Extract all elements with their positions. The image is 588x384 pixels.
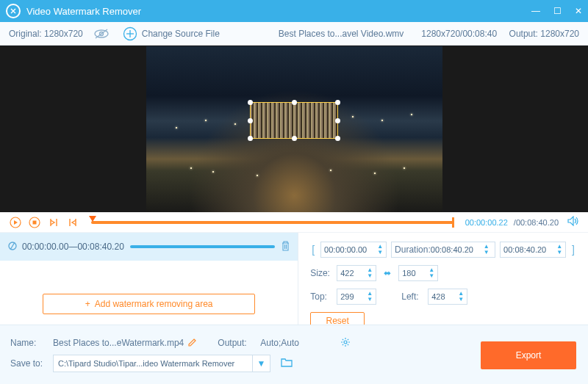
add-watermark-area-button[interactable]: +Add watermark removing area: [43, 294, 255, 314]
resize-handle[interactable]: [335, 136, 340, 141]
step-down[interactable]: ▼: [377, 250, 383, 256]
segment-start: 00:00:00.00: [22, 242, 68, 252]
segment-row[interactable]: 00:00:00.00 — 00:08:40.20: [0, 233, 298, 261]
svg-line-10: [10, 242, 15, 250]
segment-bar[interactable]: [130, 245, 275, 248]
resize-handle[interactable]: [292, 136, 297, 141]
change-source-button[interactable]: Change Source File: [142, 29, 220, 39]
source-dims-time: 1280x720/00:08:40: [421, 29, 497, 39]
source-filename: Best Places to...avel Video.wmv: [279, 29, 404, 39]
step-down[interactable]: ▼: [367, 297, 373, 303]
step-down[interactable]: ▼: [556, 250, 562, 256]
segment-end: 00:08:40.20: [77, 242, 123, 252]
step-down[interactable]: ▼: [429, 273, 434, 279]
step-down[interactable]: ▼: [484, 250, 490, 256]
info-bar: Original: 1280x720 Change Source File Be…: [0, 22, 588, 46]
size-label: Size:: [310, 268, 332, 278]
size-height-input[interactable]: ▲▼: [398, 265, 438, 281]
output-format-label: Output:: [218, 338, 254, 348]
original-dims: 1280x720: [44, 29, 83, 39]
add-source-icon[interactable]: [123, 26, 137, 41]
segments-panel: 00:00:00.00 — 00:08:40.20 +Add watermark…: [0, 233, 298, 325]
play-button[interactable]: [9, 216, 22, 229]
app-logo-icon: [6, 4, 21, 18]
step-down[interactable]: ▼: [367, 273, 373, 279]
video-preview-area: [0, 46, 588, 212]
preview-toggle-icon[interactable]: [93, 29, 110, 39]
open-folder-icon[interactable]: [281, 358, 293, 369]
close-button[interactable]: ✕: [575, 6, 582, 16]
size-width-input[interactable]: ▲▼: [337, 265, 376, 281]
volume-icon[interactable]: [567, 216, 579, 228]
bracket-right-icon[interactable]: ]: [570, 244, 576, 256]
mark-out-button[interactable]: [66, 216, 79, 229]
svg-rect-8: [33, 220, 37, 224]
range-end-input[interactable]: ▲▼: [500, 242, 566, 258]
export-button[interactable]: Export: [481, 341, 576, 369]
left-label: Left:: [401, 291, 423, 302]
link-aspect-icon[interactable]: ⬌: [381, 268, 394, 278]
maximize-button[interactable]: ☐: [553, 6, 562, 16]
plus-icon: +: [85, 299, 90, 309]
properties-panel: [ ▲▼ Duration:▲▼ ▲▼ ] Size: ▲▼ ⬌ ▲▼ Top:…: [298, 233, 588, 325]
original-label: Original:: [9, 29, 42, 39]
svg-point-11: [344, 341, 347, 344]
resize-handle[interactable]: [248, 100, 253, 105]
save-path-combo[interactable]: ▼: [53, 355, 270, 372]
resize-handle[interactable]: [248, 136, 253, 141]
video-preview[interactable]: [146, 46, 442, 212]
save-to-label: Save to:: [10, 358, 47, 369]
output-dims: 1280x720: [540, 29, 579, 39]
edit-name-icon[interactable]: [188, 338, 197, 349]
output-settings-icon[interactable]: [340, 337, 351, 349]
pos-left-input[interactable]: ▲▼: [428, 289, 467, 305]
save-path-input[interactable]: [54, 359, 252, 368]
output-name: Best Places to...eWatermark.mp4: [53, 338, 184, 348]
range-duration-input[interactable]: Duration:▲▼: [391, 242, 495, 258]
bracket-left-icon[interactable]: [: [310, 244, 316, 256]
end-marker[interactable]: [452, 217, 454, 228]
current-time: 00:00:00.22: [465, 218, 508, 227]
timeline-slider[interactable]: [91, 219, 453, 226]
range-start-input[interactable]: ▲▼: [320, 242, 387, 258]
segment-icon: [7, 241, 18, 253]
title-bar: Video Watermark Remover — ☐ ✕: [0, 0, 588, 22]
playback-controls: 00:00:00.22/00:08:40.20: [0, 212, 588, 233]
app-title: Video Watermark Remover: [26, 6, 531, 17]
playhead-icon[interactable]: [89, 216, 96, 222]
output-format: Auto;Auto: [260, 338, 299, 348]
total-time: /00:08:40.20: [514, 218, 559, 227]
output-label: Output:: [509, 29, 538, 39]
resize-handle[interactable]: [335, 100, 340, 105]
minimize-button[interactable]: —: [531, 6, 540, 16]
resize-handle[interactable]: [248, 118, 253, 123]
resize-handle[interactable]: [335, 118, 340, 123]
stop-button[interactable]: [28, 216, 41, 229]
delete-segment-icon[interactable]: [281, 241, 290, 253]
name-label: Name:: [10, 338, 47, 348]
mark-in-button[interactable]: [47, 216, 60, 229]
watermark-selection[interactable]: [250, 102, 338, 139]
pos-top-input[interactable]: ▲▼: [337, 289, 376, 305]
step-down[interactable]: ▼: [458, 297, 464, 303]
top-label: Top:: [310, 291, 332, 302]
footer: Name: Best Places to...eWatermark.mp4 Ou…: [0, 325, 588, 384]
save-path-dropdown-icon[interactable]: ▼: [252, 355, 270, 372]
resize-handle[interactable]: [292, 100, 297, 105]
